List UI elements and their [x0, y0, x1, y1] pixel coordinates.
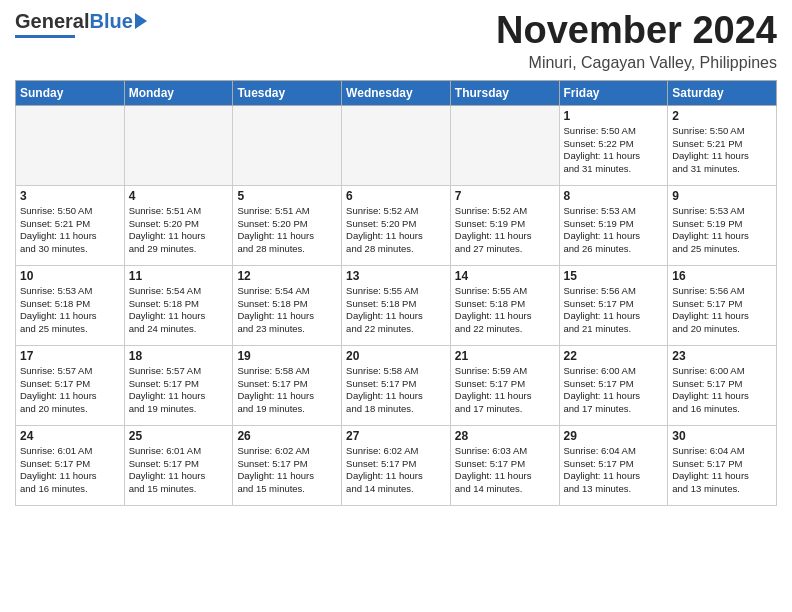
logo-blue: Blue [89, 10, 132, 33]
day-info: Sunrise: 6:00 AM Sunset: 5:17 PM Dayligh… [672, 365, 772, 416]
day-info: Sunrise: 6:00 AM Sunset: 5:17 PM Dayligh… [564, 365, 664, 416]
day-number: 6 [346, 189, 446, 203]
day-info: Sunrise: 6:02 AM Sunset: 5:17 PM Dayligh… [346, 445, 446, 496]
day-number: 4 [129, 189, 229, 203]
day-info: Sunrise: 6:01 AM Sunset: 5:17 PM Dayligh… [20, 445, 120, 496]
day-info: Sunrise: 5:57 AM Sunset: 5:17 PM Dayligh… [20, 365, 120, 416]
day-info: Sunrise: 5:54 AM Sunset: 5:18 PM Dayligh… [237, 285, 337, 336]
day-number: 30 [672, 429, 772, 443]
logo-underline [15, 35, 75, 38]
calendar-cell: 18Sunrise: 5:57 AM Sunset: 5:17 PM Dayli… [124, 345, 233, 425]
day-info: Sunrise: 6:04 AM Sunset: 5:17 PM Dayligh… [564, 445, 664, 496]
day-info: Sunrise: 5:53 AM Sunset: 5:19 PM Dayligh… [672, 205, 772, 256]
day-number: 21 [455, 349, 555, 363]
calendar-cell: 16Sunrise: 5:56 AM Sunset: 5:17 PM Dayli… [668, 265, 777, 345]
day-number: 12 [237, 269, 337, 283]
day-info: Sunrise: 5:52 AM Sunset: 5:19 PM Dayligh… [455, 205, 555, 256]
day-number: 26 [237, 429, 337, 443]
calendar-cell: 14Sunrise: 5:55 AM Sunset: 5:18 PM Dayli… [450, 265, 559, 345]
day-number: 16 [672, 269, 772, 283]
weekday-header-monday: Monday [124, 80, 233, 105]
day-info: Sunrise: 5:55 AM Sunset: 5:18 PM Dayligh… [455, 285, 555, 336]
day-info: Sunrise: 5:55 AM Sunset: 5:18 PM Dayligh… [346, 285, 446, 336]
week-row-2: 3Sunrise: 5:50 AM Sunset: 5:21 PM Daylig… [16, 185, 777, 265]
day-info: Sunrise: 5:50 AM Sunset: 5:22 PM Dayligh… [564, 125, 664, 176]
weekday-header-tuesday: Tuesday [233, 80, 342, 105]
day-number: 25 [129, 429, 229, 443]
day-info: Sunrise: 5:56 AM Sunset: 5:17 PM Dayligh… [564, 285, 664, 336]
calendar-cell: 11Sunrise: 5:54 AM Sunset: 5:18 PM Dayli… [124, 265, 233, 345]
logo-general: General [15, 10, 89, 33]
calendar-cell: 2Sunrise: 5:50 AM Sunset: 5:21 PM Daylig… [668, 105, 777, 185]
calendar-cell: 24Sunrise: 6:01 AM Sunset: 5:17 PM Dayli… [16, 425, 125, 505]
day-number: 19 [237, 349, 337, 363]
page-header: General Blue November 2024 Minuri, Cagay… [15, 10, 777, 72]
day-info: Sunrise: 6:01 AM Sunset: 5:17 PM Dayligh… [129, 445, 229, 496]
calendar-cell: 27Sunrise: 6:02 AM Sunset: 5:17 PM Dayli… [342, 425, 451, 505]
calendar-cell: 17Sunrise: 5:57 AM Sunset: 5:17 PM Dayli… [16, 345, 125, 425]
calendar-cell: 3Sunrise: 5:50 AM Sunset: 5:21 PM Daylig… [16, 185, 125, 265]
calendar-cell: 9Sunrise: 5:53 AM Sunset: 5:19 PM Daylig… [668, 185, 777, 265]
day-number: 14 [455, 269, 555, 283]
calendar-table: SundayMondayTuesdayWednesdayThursdayFrid… [15, 80, 777, 506]
day-number: 20 [346, 349, 446, 363]
day-info: Sunrise: 5:53 AM Sunset: 5:18 PM Dayligh… [20, 285, 120, 336]
calendar-cell: 1Sunrise: 5:50 AM Sunset: 5:22 PM Daylig… [559, 105, 668, 185]
calendar-cell: 19Sunrise: 5:58 AM Sunset: 5:17 PM Dayli… [233, 345, 342, 425]
calendar-cell: 28Sunrise: 6:03 AM Sunset: 5:17 PM Dayli… [450, 425, 559, 505]
day-number: 22 [564, 349, 664, 363]
week-row-4: 17Sunrise: 5:57 AM Sunset: 5:17 PM Dayli… [16, 345, 777, 425]
day-info: Sunrise: 5:53 AM Sunset: 5:19 PM Dayligh… [564, 205, 664, 256]
calendar-cell: 26Sunrise: 6:02 AM Sunset: 5:17 PM Dayli… [233, 425, 342, 505]
day-info: Sunrise: 5:54 AM Sunset: 5:18 PM Dayligh… [129, 285, 229, 336]
logo-triangle-icon [135, 13, 147, 29]
calendar-cell: 13Sunrise: 5:55 AM Sunset: 5:18 PM Dayli… [342, 265, 451, 345]
weekday-header-thursday: Thursday [450, 80, 559, 105]
calendar-cell [450, 105, 559, 185]
calendar-cell: 5Sunrise: 5:51 AM Sunset: 5:20 PM Daylig… [233, 185, 342, 265]
day-info: Sunrise: 5:58 AM Sunset: 5:17 PM Dayligh… [237, 365, 337, 416]
weekday-header-friday: Friday [559, 80, 668, 105]
location-title: Minuri, Cagayan Valley, Philippines [496, 54, 777, 72]
day-number: 27 [346, 429, 446, 443]
day-info: Sunrise: 5:56 AM Sunset: 5:17 PM Dayligh… [672, 285, 772, 336]
calendar-cell: 25Sunrise: 6:01 AM Sunset: 5:17 PM Dayli… [124, 425, 233, 505]
calendar-cell [342, 105, 451, 185]
calendar-cell: 6Sunrise: 5:52 AM Sunset: 5:20 PM Daylig… [342, 185, 451, 265]
weekday-header-sunday: Sunday [16, 80, 125, 105]
day-number: 13 [346, 269, 446, 283]
day-number: 3 [20, 189, 120, 203]
day-number: 23 [672, 349, 772, 363]
day-number: 24 [20, 429, 120, 443]
calendar-cell: 23Sunrise: 6:00 AM Sunset: 5:17 PM Dayli… [668, 345, 777, 425]
day-number: 5 [237, 189, 337, 203]
day-info: Sunrise: 5:52 AM Sunset: 5:20 PM Dayligh… [346, 205, 446, 256]
day-number: 7 [455, 189, 555, 203]
calendar-cell: 30Sunrise: 6:04 AM Sunset: 5:17 PM Dayli… [668, 425, 777, 505]
week-row-1: 1Sunrise: 5:50 AM Sunset: 5:22 PM Daylig… [16, 105, 777, 185]
calendar-cell: 22Sunrise: 6:00 AM Sunset: 5:17 PM Dayli… [559, 345, 668, 425]
calendar-cell [16, 105, 125, 185]
day-number: 10 [20, 269, 120, 283]
title-block: November 2024 Minuri, Cagayan Valley, Ph… [496, 10, 777, 72]
calendar-cell: 29Sunrise: 6:04 AM Sunset: 5:17 PM Dayli… [559, 425, 668, 505]
day-number: 15 [564, 269, 664, 283]
weekday-header-saturday: Saturday [668, 80, 777, 105]
calendar-cell: 8Sunrise: 5:53 AM Sunset: 5:19 PM Daylig… [559, 185, 668, 265]
day-number: 28 [455, 429, 555, 443]
day-info: Sunrise: 5:57 AM Sunset: 5:17 PM Dayligh… [129, 365, 229, 416]
day-number: 17 [20, 349, 120, 363]
weekday-header-row: SundayMondayTuesdayWednesdayThursdayFrid… [16, 80, 777, 105]
calendar-cell: 15Sunrise: 5:56 AM Sunset: 5:17 PM Dayli… [559, 265, 668, 345]
calendar-cell: 10Sunrise: 5:53 AM Sunset: 5:18 PM Dayli… [16, 265, 125, 345]
calendar-cell: 7Sunrise: 5:52 AM Sunset: 5:19 PM Daylig… [450, 185, 559, 265]
day-number: 2 [672, 109, 772, 123]
day-number: 8 [564, 189, 664, 203]
day-number: 18 [129, 349, 229, 363]
calendar-cell: 12Sunrise: 5:54 AM Sunset: 5:18 PM Dayli… [233, 265, 342, 345]
day-info: Sunrise: 6:03 AM Sunset: 5:17 PM Dayligh… [455, 445, 555, 496]
week-row-3: 10Sunrise: 5:53 AM Sunset: 5:18 PM Dayli… [16, 265, 777, 345]
day-info: Sunrise: 5:50 AM Sunset: 5:21 PM Dayligh… [672, 125, 772, 176]
day-number: 9 [672, 189, 772, 203]
day-info: Sunrise: 5:51 AM Sunset: 5:20 PM Dayligh… [237, 205, 337, 256]
